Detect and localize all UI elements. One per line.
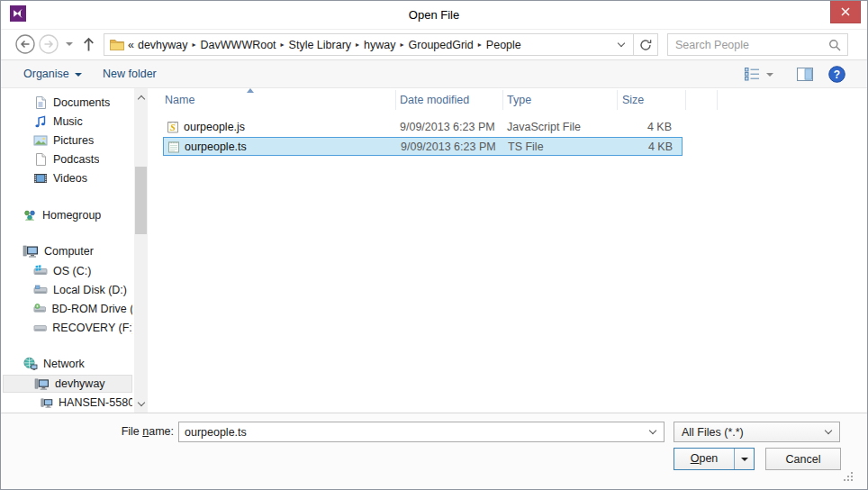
refresh-icon	[639, 39, 652, 51]
scrollbar-thumb[interactable]	[135, 167, 147, 234]
resize-grip[interactable]	[844, 472, 853, 481]
search-box	[667, 33, 848, 56]
column-header-date-modified[interactable]: Date modified	[395, 90, 502, 110]
recovery-drive-icon	[33, 321, 47, 335]
sidebar-item-pictures[interactable]: Pictures	[1, 132, 132, 150]
command-toolbar: Organise New folder ?	[1, 60, 867, 88]
sidebar-item-homegroup[interactable]: Homegroup	[1, 206, 132, 224]
forward-button[interactable]	[39, 34, 59, 54]
sidebar-item-local-disk-d[interactable]: Local Disk (D:)	[1, 281, 132, 299]
search-input[interactable]	[668, 39, 828, 51]
title-bar: Open File	[1, 1, 867, 30]
address-dropdown-icon[interactable]	[618, 40, 625, 47]
main-area: Documents Music Pictures Podcasts Videos…	[1, 88, 867, 413]
sidebar-item-documents[interactable]: Documents	[1, 94, 132, 112]
sidebar-item-os-c[interactable]: OS (C:)	[1, 262, 132, 280]
sidebar-item-videos[interactable]: Videos	[1, 169, 132, 187]
network-computer-icon	[41, 396, 53, 410]
file-type-combobox[interactable]: All Files (*.*)	[674, 422, 840, 442]
file-row-ourpeople-js[interactable]: S ourpeople.js 9/09/2013 6:23 PM JavaScr…	[163, 118, 683, 137]
back-button[interactable]	[15, 34, 35, 54]
open-button-label: Open	[674, 449, 734, 469]
open-file-dialog: Open File « devhyway▸ DavWWWRoot▸ Style …	[0, 0, 868, 490]
file-type-dropdown-icon	[825, 427, 832, 434]
scroll-down-button[interactable]	[134, 396, 148, 411]
views-caret-icon[interactable]	[766, 73, 773, 77]
organise-button[interactable]: Organise	[23, 60, 82, 87]
file-name-input[interactable]	[179, 426, 650, 439]
chevron-down-icon	[137, 398, 144, 405]
sidebar-item-bdrom-drive-e[interactable]: BD-ROM Drive (E	[1, 300, 132, 318]
videos-icon	[33, 171, 48, 186]
breadcrumb-item-davwwwroot[interactable]: DavWWWRoot	[197, 39, 280, 51]
file-row-ourpeople-ts[interactable]: ourpeople.ts 9/09/2013 6:23 PM TS File 4…	[163, 137, 683, 156]
sidebar-item-music[interactable]: Music	[1, 113, 132, 131]
documents-icon	[33, 95, 48, 110]
sidebar-item-podcasts[interactable]: Podcasts	[1, 150, 132, 168]
preview-pane-icon[interactable]	[797, 68, 813, 81]
help-icon[interactable]: ?	[828, 66, 845, 83]
list-view-icon[interactable]	[745, 68, 760, 81]
network-computer-icon	[34, 377, 50, 391]
breadcrumb-item-devhyway[interactable]: devhyway	[134, 39, 192, 51]
sidebar-scrollbar[interactable]	[134, 88, 148, 413]
bdrom-drive-icon	[33, 302, 46, 316]
computer-icon	[23, 244, 39, 259]
svg-text:?: ?	[834, 68, 840, 81]
pictures-icon	[33, 133, 48, 148]
scroll-up-button[interactable]	[134, 90, 148, 104]
homegroup-icon	[23, 208, 37, 222]
recent-pages-caret-icon[interactable]	[66, 42, 73, 46]
breadcrumb-item-hyway[interactable]: hyway	[360, 39, 399, 51]
navigation-bar: « devhyway▸ DavWWWRoot▸ Style Library▸ h…	[1, 30, 867, 60]
open-caret-icon	[741, 458, 748, 461]
os-drive-icon	[33, 264, 48, 278]
column-header-name[interactable]: Name	[158, 90, 395, 110]
cancel-button[interactable]: Cancel	[765, 448, 841, 470]
column-header-type[interactable]: Type	[502, 90, 617, 110]
sidebar-item-hansen-5580b1[interactable]: HANSEN-5580B1	[1, 394, 132, 412]
breadcrumb-item-people[interactable]: People	[483, 39, 525, 51]
column-header-size[interactable]: Size	[617, 90, 685, 110]
refresh-button[interactable]	[634, 34, 657, 55]
breadcrumb-overflow[interactable]: «	[128, 39, 134, 51]
sidebar-item-devhyway[interactable]: devhyway	[3, 375, 132, 393]
magnifier-icon[interactable]	[828, 39, 841, 51]
folder-icon	[110, 39, 124, 50]
sidebar-item-network[interactable]: Network	[1, 355, 132, 373]
music-icon	[33, 114, 48, 129]
network-icon	[23, 357, 38, 371]
file-name-label: File name:	[91, 425, 174, 438]
navigation-pane: Documents Music Pictures Podcasts Videos…	[1, 88, 134, 413]
ts-file-icon	[167, 140, 181, 154]
javascript-file-icon: S	[166, 120, 180, 134]
open-dropdown-button[interactable]	[735, 458, 754, 461]
file-list: Name Date modified Type Size S ourpeople…	[148, 88, 867, 413]
address-bar[interactable]: « devhyway▸ DavWWWRoot▸ Style Library▸ h…	[104, 33, 658, 56]
sidebar-item-computer[interactable]: Computer	[1, 242, 132, 260]
dialog-title: Open File	[1, 1, 867, 29]
svg-text:S: S	[170, 122, 176, 132]
dialog-footer: File name: All Files (*.*) Open Cancel	[1, 413, 867, 490]
open-button[interactable]: Open	[674, 448, 755, 470]
up-button[interactable]	[82, 36, 95, 52]
local-disk-icon	[33, 283, 48, 297]
breadcrumb-item-style-library[interactable]: Style Library	[285, 39, 355, 51]
close-button[interactable]	[830, 1, 861, 23]
file-name-dropdown-icon[interactable]	[649, 427, 656, 434]
breadcrumb-item-groupedgrid[interactable]: GroupedGrid	[405, 39, 477, 51]
podcasts-icon	[33, 152, 48, 167]
close-icon	[841, 7, 850, 16]
sidebar-item-recovery-f[interactable]: RECOVERY (F:)	[1, 319, 132, 337]
file-type-value: All Files (*.*)	[674, 426, 826, 439]
new-folder-button[interactable]: New folder	[103, 60, 157, 87]
chevron-up-icon	[137, 95, 144, 102]
file-name-combobox	[178, 422, 665, 442]
organise-caret-icon	[75, 73, 82, 77]
